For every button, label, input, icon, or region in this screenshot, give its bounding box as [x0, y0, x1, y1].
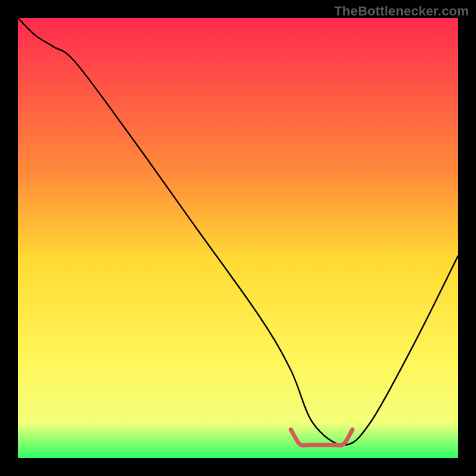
chart-background — [18, 18, 458, 458]
attribution-text: TheBottlenecker.com — [334, 4, 469, 19]
chart-container — [18, 18, 458, 458]
bottleneck-chart — [18, 18, 458, 458]
